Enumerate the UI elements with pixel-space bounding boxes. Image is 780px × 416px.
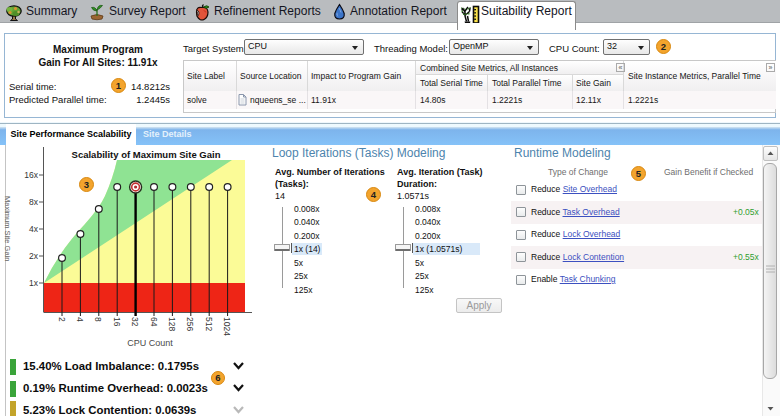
- svg-text:Scalability of Maximum Site Ga: Scalability of Maximum Site Gain: [72, 149, 221, 160]
- svg-text:CPU Count: CPU Count: [127, 338, 173, 348]
- svg-text:128: 128: [167, 317, 177, 331]
- svg-text:Maximum Site Gain: Maximum Site Gain: [3, 196, 12, 261]
- svg-text:512: 512: [204, 317, 214, 331]
- svg-text:1024: 1024: [222, 317, 232, 336]
- svg-text:16x: 16x: [24, 170, 38, 180]
- svg-text:8x: 8x: [29, 197, 39, 207]
- svg-text:64: 64: [149, 317, 159, 327]
- svg-text:256: 256: [185, 317, 195, 331]
- svg-text:8: 8: [93, 317, 103, 322]
- svg-text:32: 32: [130, 317, 140, 327]
- svg-text:2: 2: [57, 317, 67, 322]
- svg-text:4x: 4x: [29, 224, 39, 234]
- svg-text:2x: 2x: [29, 251, 39, 261]
- svg-text:4: 4: [75, 317, 85, 322]
- svg-text:1x: 1x: [29, 278, 39, 288]
- svg-text:16: 16: [112, 317, 122, 327]
